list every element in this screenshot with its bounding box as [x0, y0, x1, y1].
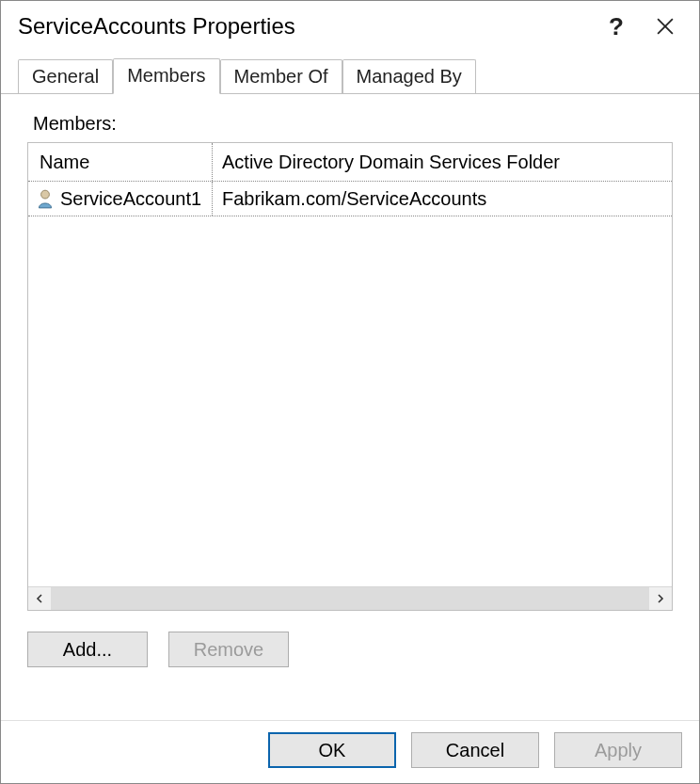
close-icon — [657, 12, 674, 41]
column-header-folder[interactable]: Active Directory Domain Services Folder — [213, 143, 672, 181]
chevron-left-icon — [35, 591, 44, 606]
tab-content-members: Members: Name Active Directory Domain Se… — [1, 94, 699, 720]
cancel-button[interactable]: Cancel — [411, 732, 539, 768]
ok-button[interactable]: OK — [268, 732, 396, 768]
svg-point-2 — [41, 190, 50, 199]
members-label: Members: — [33, 113, 673, 135]
tab-managed-by[interactable]: Managed By — [342, 59, 476, 94]
titlebar: ServiceAccounts Properties ? — [1, 1, 699, 52]
window-title: ServiceAccounts Properties — [18, 13, 592, 40]
help-button[interactable]: ? — [592, 4, 641, 49]
add-button[interactable]: Add... — [27, 632, 148, 667]
tab-member-of[interactable]: Member Of — [220, 59, 342, 94]
chevron-right-icon — [656, 591, 665, 606]
list-item-folder: Fabrikam.com/ServiceAccounts — [213, 182, 672, 216]
column-header-name[interactable]: Name — [28, 143, 213, 181]
tab-strip: General Members Member Of Managed By — [1, 52, 699, 94]
properties-dialog: ServiceAccounts Properties ? General Mem… — [0, 0, 700, 784]
members-list-body: ServiceAccount1 Fabrikam.com/ServiceAcco… — [28, 182, 672, 586]
apply-button[interactable]: Apply — [554, 732, 682, 768]
scrollbar-track[interactable] — [51, 587, 649, 610]
close-button[interactable] — [641, 4, 690, 49]
list-button-row: Add... Remove — [27, 632, 673, 667]
list-item-name: ServiceAccount1 — [56, 182, 213, 216]
scroll-left-button[interactable] — [28, 587, 51, 610]
tab-members[interactable]: Members — [113, 58, 219, 94]
members-list-header: Name Active Directory Domain Services Fo… — [28, 143, 672, 182]
remove-button[interactable]: Remove — [168, 632, 289, 667]
user-icon — [28, 188, 56, 209]
members-list[interactable]: Name Active Directory Domain Services Fo… — [27, 142, 673, 611]
scroll-right-button[interactable] — [649, 587, 672, 610]
list-item[interactable]: ServiceAccount1 Fabrikam.com/ServiceAcco… — [28, 182, 672, 216]
tab-general[interactable]: General — [18, 59, 113, 94]
horizontal-scrollbar[interactable] — [28, 586, 672, 610]
dialog-footer: OK Cancel Apply — [1, 720, 699, 783]
